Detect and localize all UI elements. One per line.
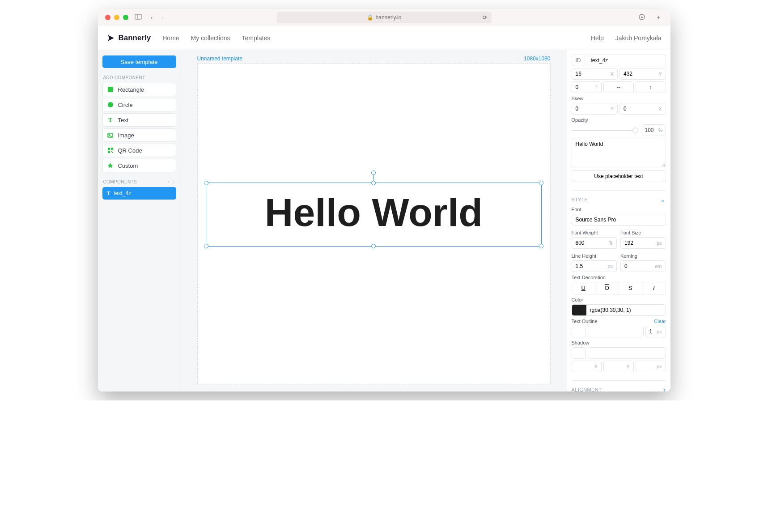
shadow-color-input[interactable] [592, 350, 662, 356]
style-section-header[interactable]: STYLE ⌄ [572, 190, 666, 203]
refresh-icon[interactable]: ⟳ [483, 14, 487, 21]
shadow-x-input[interactable] [576, 363, 594, 370]
clear-outline-button[interactable]: Clear [654, 319, 666, 324]
flip-h-button[interactable]: ↔ [603, 81, 634, 93]
overline-button[interactable]: O [595, 282, 619, 294]
y-input[interactable] [624, 71, 658, 77]
id-input[interactable] [591, 57, 662, 64]
skew-x-input[interactable] [624, 106, 658, 112]
color-label: Color [572, 297, 666, 302]
back-icon[interactable]: ‹ [148, 14, 156, 21]
canvas-text[interactable]: Hello World [206, 183, 541, 242]
shadow-blur-input[interactable] [640, 363, 657, 370]
selected-text-element[interactable]: Hello World [206, 183, 541, 247]
underline-button[interactable]: U [572, 282, 596, 294]
font-weight-select[interactable] [576, 240, 609, 246]
new-tab-icon[interactable]: + [654, 14, 663, 21]
add-circle-button[interactable]: Circle [102, 98, 176, 111]
text-decoration-group: U O S I [572, 282, 666, 294]
outline-color-input[interactable] [592, 328, 640, 335]
close-icon[interactable] [105, 15, 110, 20]
italic-button[interactable]: I [642, 282, 666, 294]
image-icon [107, 133, 114, 138]
move-up-icon[interactable]: ↑ [168, 179, 170, 184]
rotation-input[interactable] [576, 84, 596, 90]
color-swatch[interactable] [572, 305, 586, 315]
line-height-input[interactable] [576, 263, 608, 269]
forward-icon[interactable]: › [159, 14, 166, 21]
shadow-y-input[interactable] [607, 363, 626, 370]
browser-window: ‹ › 🔒 bannerly.io ⟳ + Bannerly Home My c… [98, 9, 670, 392]
properties-panel: ID X Y ° ↔ ↕ Skew Y X Opacity [567, 50, 670, 392]
brand[interactable]: Bannerly [107, 34, 151, 43]
resize-handle-bl[interactable] [204, 244, 208, 248]
svg-rect-8 [111, 148, 113, 150]
outline-color-swatch[interactable] [572, 326, 586, 337]
outline-width-input[interactable] [649, 328, 657, 335]
qr-icon [107, 148, 114, 153]
kerning-input[interactable] [624, 263, 655, 269]
style-label: STYLE [572, 197, 588, 202]
chevron-down-icon: ⌄ [660, 196, 666, 203]
sidebar-toggle-icon[interactable] [132, 14, 144, 21]
font-label: Font [572, 207, 666, 212]
brand-logo-icon [107, 34, 115, 42]
resize-handle-br[interactable] [539, 244, 543, 248]
add-qrcode-button[interactable]: QR Code [102, 144, 176, 157]
shadow-color-swatch[interactable] [572, 347, 586, 359]
add-text-button[interactable]: T Text [102, 113, 176, 127]
components-label: COMPONENTS [103, 179, 137, 184]
opacity-thumb[interactable] [632, 128, 638, 133]
skew-y-input[interactable] [576, 106, 611, 112]
alignment-section-header[interactable]: ALIGNMENT › [572, 380, 666, 392]
nav-home[interactable]: Home [162, 34, 179, 42]
download-icon[interactable] [636, 14, 648, 21]
rectangle-icon [107, 87, 114, 92]
color-input[interactable] [586, 305, 666, 315]
id-label: ID [572, 55, 585, 66]
nav-collections[interactable]: My collections [191, 34, 230, 42]
font-weight-label: Font Weight [572, 230, 617, 235]
traffic-lights [105, 15, 128, 20]
move-down-icon[interactable]: ↓ [173, 179, 175, 184]
resize-handle-tr[interactable] [539, 181, 543, 185]
svg-rect-7 [108, 148, 110, 150]
strikethrough-button[interactable]: S [619, 282, 643, 294]
resize-handle-bc[interactable] [371, 244, 376, 248]
svg-rect-0 [135, 14, 141, 19]
nav-user[interactable]: Jakub Pomykała [615, 34, 662, 42]
app-body: Save template ADD COMPONENT Rectangle Ci… [98, 50, 670, 392]
select-arrows-icon: ⇅ [609, 240, 613, 246]
chevron-right-icon: › [663, 386, 666, 392]
add-custom-button[interactable]: Custom [102, 159, 176, 172]
flip-v-button[interactable]: ↕ [636, 81, 666, 93]
opacity-slider[interactable] [572, 130, 638, 131]
opacity-value[interactable]: 100 [645, 127, 654, 133]
layer-text-4z[interactable]: T text_4z [102, 187, 176, 200]
use-placeholder-button[interactable]: Use placeholder text [572, 170, 666, 182]
app-content: Bannerly Home My collections Templates H… [98, 26, 670, 392]
titlebar: ‹ › 🔒 bannerly.io ⟳ + [98, 9, 670, 26]
maximize-icon[interactable] [123, 15, 128, 20]
add-image-button[interactable]: Image [102, 128, 176, 142]
opacity-label: Opacity [572, 117, 666, 123]
address-bar[interactable]: 🔒 bannerly.io ⟳ [277, 12, 492, 23]
font-size-label: Font Size [620, 230, 666, 235]
add-rectangle-button[interactable]: Rectangle [102, 83, 176, 96]
nav-help[interactable]: Help [591, 34, 604, 42]
rotate-handle[interactable] [371, 170, 376, 175]
text-content-input[interactable] [572, 138, 666, 167]
x-input[interactable] [576, 71, 611, 77]
template-name[interactable]: Unnamed template [197, 55, 242, 62]
custom-icon [107, 163, 114, 169]
resize-handle-tl[interactable] [204, 181, 208, 185]
font-input[interactable] [576, 217, 662, 223]
svg-rect-3 [108, 87, 113, 92]
comp-label: Text [118, 117, 129, 123]
font-size-input[interactable] [624, 240, 657, 246]
nav-templates[interactable]: Templates [242, 34, 271, 42]
minimize-icon[interactable] [114, 15, 119, 20]
save-template-button[interactable]: Save template [102, 55, 176, 68]
canvas[interactable]: Hello World [197, 64, 551, 384]
flip-h-icon: ↔ [616, 84, 621, 90]
